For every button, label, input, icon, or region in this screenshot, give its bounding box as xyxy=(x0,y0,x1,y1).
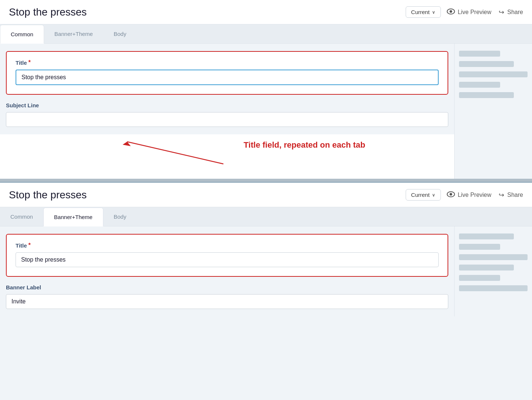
page-title-2: Stop the presses xyxy=(9,189,400,201)
panel-1-main: Title * Subject Line xyxy=(0,44,454,179)
sidebar-line xyxy=(459,92,514,98)
sidebar-line xyxy=(459,265,514,270)
share-icon-1: ↪ xyxy=(499,8,504,16)
live-preview-button-1[interactable]: Live Preview xyxy=(447,9,492,16)
live-preview-button-2[interactable]: Live Preview xyxy=(447,191,492,199)
chevron-down-icon-1: ∨ xyxy=(432,10,435,15)
sidebar-line xyxy=(459,244,500,250)
tab-banner-theme-2[interactable]: Banner+Theme xyxy=(43,208,103,226)
share-button-1[interactable]: ↪ Share xyxy=(499,8,523,16)
title-section-1: Title * xyxy=(6,51,448,95)
panel-2-main: Title * Banner Label xyxy=(0,226,454,316)
annotation-text: Title field, repeated on each tab xyxy=(244,140,365,151)
tab-body-1[interactable]: Body xyxy=(103,24,137,43)
tab-common-2[interactable]: Common xyxy=(0,207,43,226)
sidebar-line xyxy=(459,51,500,57)
sidebar-line xyxy=(459,71,528,77)
panel-1-header: Stop the presses Current ∨ Live Preview xyxy=(0,0,532,24)
required-star-2: * xyxy=(29,242,31,249)
live-preview-label-1: Live Preview xyxy=(458,9,492,16)
tab-banner-theme-1[interactable]: Banner+Theme xyxy=(44,24,103,43)
sidebar-line xyxy=(459,254,528,260)
panel-divider xyxy=(0,179,532,182)
tabs-bar-1: Common Banner+Theme Body xyxy=(0,24,532,44)
svg-point-5 xyxy=(449,193,452,195)
eye-icon-2 xyxy=(447,191,455,199)
sidebar-line xyxy=(459,285,528,291)
version-label-2: Current xyxy=(411,192,430,198)
header-actions-2: Live Preview ↪ Share xyxy=(447,191,523,199)
title-label-2: Title * xyxy=(16,242,439,249)
sidebar-stub-1 xyxy=(454,44,532,179)
panel-2: Stop the presses Current ∨ Live Preview xyxy=(0,182,532,316)
banner-label-label: Banner Label xyxy=(6,284,448,290)
tab-common-1[interactable]: Common xyxy=(0,25,44,44)
sidebar-line xyxy=(459,82,500,88)
banner-label-section: Banner Label xyxy=(0,283,454,316)
subject-line-input-1[interactable] xyxy=(6,112,448,127)
banner-label-input[interactable] xyxy=(6,294,448,309)
eye-icon-1 xyxy=(447,9,455,16)
version-dropdown-1[interactable]: Current ∨ xyxy=(406,6,441,18)
share-button-2[interactable]: ↪ Share xyxy=(499,191,523,199)
title-section-2: Title * xyxy=(6,234,448,277)
version-label-1: Current xyxy=(411,9,430,15)
chevron-down-icon-2: ∨ xyxy=(432,192,435,198)
page-title-1: Stop the presses xyxy=(9,6,400,18)
live-preview-label-2: Live Preview xyxy=(458,192,492,198)
share-label-1: Share xyxy=(507,9,523,16)
title-label-1: Title * xyxy=(16,59,439,66)
svg-marker-3 xyxy=(123,142,131,146)
sidebar-line xyxy=(459,61,514,67)
title-input-2[interactable] xyxy=(16,252,439,267)
svg-line-2 xyxy=(127,142,223,164)
share-icon-2: ↪ xyxy=(499,191,504,199)
subject-line-section-1: Subject Line xyxy=(0,101,454,134)
title-input-1[interactable] xyxy=(16,70,439,85)
version-dropdown-2[interactable]: Current ∨ xyxy=(406,189,441,201)
panel-1-content: Title * Subject Line xyxy=(0,44,532,179)
main-layout: Stop the presses Current ∨ Live Preview xyxy=(0,0,532,316)
annotation-area: Title field, repeated on each tab xyxy=(0,134,454,179)
panel-2-header: Stop the presses Current ∨ Live Preview xyxy=(0,183,532,207)
required-star-1: * xyxy=(29,59,31,66)
sidebar-line xyxy=(459,233,514,239)
header-actions-1: Live Preview ↪ Share xyxy=(447,8,523,16)
svg-point-1 xyxy=(449,10,452,13)
subject-line-label-1: Subject Line xyxy=(6,102,448,108)
panel-1: Stop the presses Current ∨ Live Preview xyxy=(0,0,532,179)
tabs-bar-2: Common Banner+Theme Body xyxy=(0,207,532,226)
tab-body-2[interactable]: Body xyxy=(103,207,137,226)
annotation-arrows xyxy=(0,134,454,179)
sidebar-line xyxy=(459,275,500,281)
sidebar-stub-2 xyxy=(454,226,532,316)
share-label-2: Share xyxy=(507,192,523,198)
panel-2-content: Title * Banner Label xyxy=(0,226,532,316)
